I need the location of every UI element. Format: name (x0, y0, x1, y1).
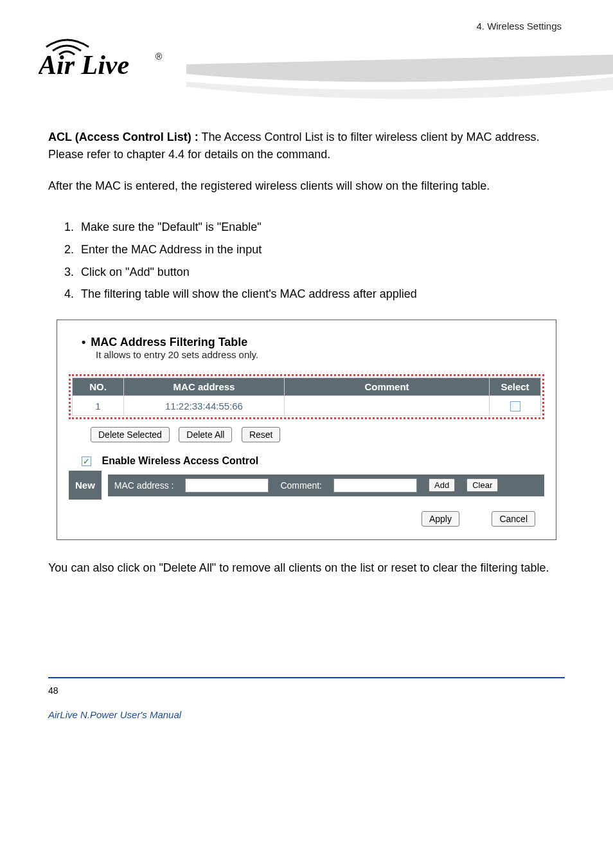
table-buttons: Delete Selected Delete All Reset (91, 427, 544, 442)
delete-all-button[interactable]: Delete All (179, 427, 232, 442)
add-button[interactable]: Add (429, 478, 455, 492)
panel-footer-buttons: Apply Cancel (69, 500, 544, 527)
cell-no: 1 (73, 396, 124, 416)
svg-text:Air Live: Air Live (39, 50, 129, 80)
step-1: Make sure the "Default" is "Enable" (81, 221, 262, 233)
footer-rule (48, 677, 565, 678)
mac-filter-panel: •MAC Address Filtering Table It allows t… (57, 320, 556, 540)
header-swoosh (186, 55, 613, 100)
manual-name: AirLive N.Power User's Manual (48, 709, 181, 721)
after-text: You can also click on "Delete All" to re… (0, 540, 613, 577)
page-number: 48 (48, 685, 58, 696)
enable-row: ✓ Enable Wireless Access Control (82, 455, 544, 467)
enable-checkbox[interactable]: ✓ (82, 457, 91, 466)
step-3: Click on "Add" button (81, 266, 190, 278)
cancel-button[interactable]: Cancel (492, 511, 535, 527)
col-select: Select (490, 378, 541, 396)
col-no: NO. (73, 378, 124, 396)
cell-mac: 11:22:33:44:55:66 (124, 396, 285, 416)
reset-button[interactable]: Reset (242, 427, 281, 442)
col-mac: MAC address (124, 378, 285, 396)
page-header: Air Live ® 4. Wireless Settings (0, 0, 613, 103)
intro-block: ACL (Access Control List) : The Access C… (0, 129, 613, 195)
svg-text:®: ® (155, 51, 163, 62)
new-entry-row: New MAC address : Comment: Add Clear (69, 471, 544, 500)
table-row: 1 11:22:33:44:55:66 (73, 396, 541, 416)
comment-input[interactable] (333, 478, 417, 493)
enable-label: Enable Wireless Access Control (102, 455, 258, 466)
brand-logo: Air Live ® (39, 35, 173, 80)
comment-field-label: Comment: (280, 480, 322, 491)
step-4: The filtering table will show the client… (81, 287, 417, 300)
panel-title: •MAC Address Filtering Table (82, 336, 544, 349)
clear-button[interactable]: Clear (466, 478, 498, 492)
mac-field-label: MAC address : (114, 480, 174, 491)
col-comment: Comment (285, 378, 490, 396)
delete-selected-button[interactable]: Delete Selected (91, 427, 170, 442)
mac-filter-table: NO. MAC address Comment Select 1 11:22:3… (72, 377, 541, 416)
apply-button[interactable]: Apply (422, 511, 459, 527)
new-tag: New (69, 471, 102, 500)
cell-comment (285, 396, 490, 416)
cell-select (490, 396, 541, 416)
panel-subtitle: It allows to entry 20 sets address only. (96, 349, 544, 360)
mac-input[interactable] (185, 478, 269, 493)
intro-p2: After the MAC is entered, the registered… (48, 177, 565, 195)
steps-list: 1.Make sure the "Default" is "Enable" 2.… (0, 218, 613, 303)
table-highlight: NO. MAC address Comment Select 1 11:22:3… (69, 374, 544, 419)
chapter-label: 4. Wireless Settings (476, 21, 562, 32)
row-select-checkbox[interactable] (510, 401, 520, 411)
step-2: Enter the MAC Address in the input (81, 243, 262, 256)
acl-label: ACL (Access Control List) : (48, 131, 199, 143)
